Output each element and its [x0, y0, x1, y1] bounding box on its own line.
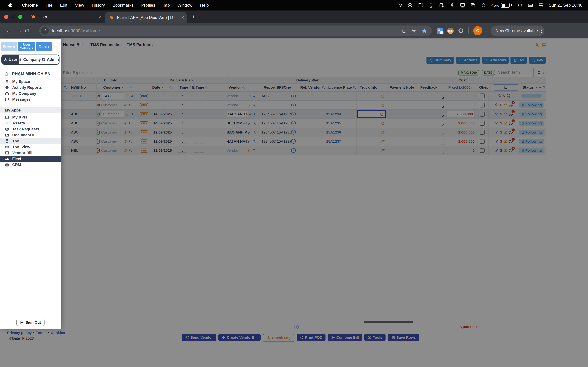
close-panel-icon[interactable]: × — [55, 43, 59, 50]
panel-tabs: ScreensUser SettingsOthers× — [0, 39, 61, 51]
v-app-icon[interactable]: V — [399, 3, 402, 8]
favicon — [109, 15, 114, 20]
url-text: localhost:3000/ws/Home — [52, 28, 100, 33]
menu-item-tab[interactable]: Tab — [159, 3, 173, 8]
screenshot-icon[interactable] — [418, 3, 423, 8]
chrome-menu-icon[interactable] — [541, 28, 542, 33]
sidebar-app-document-ie[interactable]: Document IE — [0, 132, 61, 138]
apple-icon[interactable] — [7, 2, 13, 8]
record-icon[interactable] — [407, 3, 413, 8]
divider — [468, 27, 469, 34]
scope-tab-company[interactable]: Company — [19, 55, 41, 64]
profile-avatar[interactable]: C — [473, 26, 482, 35]
sign-out-icon — [20, 320, 24, 324]
sidebar-app-fleet[interactable]: Fleet — [0, 156, 61, 162]
panel-tab-screens[interactable]: Screens — [1, 42, 17, 51]
modal-overlay[interactable] — [0, 38, 588, 367]
site-info-icon[interactable]: i — [41, 27, 49, 35]
macos-menubar: ChromeFileEditViewHistoryBookmarksProfil… — [0, 0, 588, 10]
wifi-icon[interactable] — [517, 3, 523, 8]
scope-segmented-control: UserCompanyAdmin — [1, 55, 60, 65]
tab-title: FLEET APP (App Điều Vận) | D — [117, 15, 179, 20]
extensions-puzzle-icon[interactable] — [458, 28, 464, 33]
reload-button[interactable] — [25, 28, 35, 33]
user-name-row[interactable]: PHẠM MINH CHIẾN — [4, 70, 61, 77]
menu-item-file[interactable]: File — [42, 3, 56, 8]
translate-icon[interactable] — [401, 28, 407, 33]
menu-item-chrome[interactable]: Chrome — [18, 3, 42, 8]
bluetooth-icon[interactable] — [450, 3, 455, 8]
sidebar-item-my-company[interactable]: My Company — [0, 91, 61, 96]
scope-tab-admin[interactable]: Admin — [41, 55, 59, 64]
menu-item-bookmarks[interactable]: Bookmarks — [109, 3, 137, 8]
address-bar[interactable]: i localhost:3000/ws/Home — [39, 25, 432, 36]
my-apps-header: My Apps — [0, 107, 61, 113]
close-tab-icon[interactable]: × — [95, 14, 105, 20]
tab-user[interactable]: User × — [27, 14, 105, 20]
menu-item-history[interactable]: History — [88, 3, 109, 8]
shield-check-icon[interactable] — [439, 3, 444, 8]
chrome-update-button[interactable]: New Chrome available — [491, 25, 545, 36]
menu-item-profiles[interactable]: Profiles — [137, 3, 159, 8]
battery-percent: 46% — [491, 3, 500, 8]
screen: ChromeFileEditViewHistoryBookmarksProfil… — [0, 0, 588, 367]
zoom-out-icon[interactable] — [412, 28, 417, 33]
forward-button[interactable]: → — [14, 28, 25, 34]
sidebar-app-assets[interactable]: Assets — [0, 120, 61, 126]
favicon — [31, 14, 36, 19]
scope-tab-user[interactable]: User — [2, 55, 19, 64]
menu-item-view[interactable]: View — [71, 3, 88, 8]
sidebar-item-activity-reports[interactable]: Activity Reports — [0, 84, 61, 91]
fast-user-switch-icon[interactable] — [481, 3, 486, 8]
battery-icon — [501, 3, 510, 8]
update-label: New Chrome available — [496, 28, 538, 33]
sidebar-app-my-kpis[interactable]: My KPIs — [0, 114, 61, 120]
user-name: PHẠM MINH CHIẾN — [12, 71, 50, 76]
bookmark-star-icon[interactable] — [422, 28, 427, 33]
menu-item-help[interactable]: Help — [196, 3, 212, 8]
chrome-tabbar: User × FLEET APP (App Điều Vận) | D × + — [0, 10, 588, 23]
translate-extension-icon[interactable] — [437, 28, 443, 34]
panel-tab-user-settings[interactable]: User Settings — [18, 42, 35, 51]
sign-out-label: Sign Out — [26, 320, 41, 325]
tab-title: User — [38, 14, 47, 19]
new-tab-button[interactable]: + — [192, 13, 195, 20]
menubar-clock[interactable]: Sun 21 Sep 10:40 — [549, 3, 582, 8]
sidebar-app-tms-view[interactable]: TMS View — [0, 144, 61, 150]
close-tab-icon[interactable]: × — [181, 15, 184, 20]
sidebar-app-vendor-bill[interactable]: Vendor Bill — [0, 150, 61, 156]
sidebar-app-task-requests[interactable]: Task Requests — [0, 126, 61, 132]
tab-fleet-app[interactable]: FLEET APP (App Điều Vận) | D × — [105, 12, 187, 23]
zoom-window-button[interactable] — [18, 15, 22, 19]
menu-item-edit[interactable]: Edit — [56, 3, 71, 8]
battery-indicator[interactable]: 46% — [491, 3, 512, 8]
user-side-panel: ScreensUser SettingsOthers× UserCompanyA… — [0, 39, 61, 329]
display-icon[interactable] — [460, 3, 465, 8]
sidebar-app-crm[interactable]: CRM — [0, 162, 61, 168]
back-button[interactable]: ← — [3, 28, 14, 34]
sign-out-button[interactable]: Sign Out — [17, 319, 44, 326]
window-controls — [4, 15, 22, 19]
control-center-icon[interactable] — [538, 3, 544, 8]
stage-manager-icon[interactable] — [470, 3, 476, 8]
sidebar-app-tms[interactable]: TMS — [0, 138, 61, 144]
app-page: House BillTMS ReconcileTMS Partners Summ… — [0, 38, 588, 367]
phone-mirroring-icon[interactable] — [428, 3, 434, 8]
panel-tab-others[interactable]: Others — [36, 42, 52, 51]
menubar-status: V 46% Sun 21 Sep 10:40 — [399, 3, 588, 8]
keyboard-icon[interactable] — [528, 3, 533, 8]
chrome-toolbar: ← → i localhost:3000/ws/Home C New Chrom… — [0, 23, 588, 38]
sidebar-item-messages[interactable]: Messages — [0, 96, 61, 102]
sidebar-item-my-space[interactable]: My Space — [0, 79, 61, 84]
minimize-window-button[interactable] — [11, 15, 15, 19]
home-icon — [4, 71, 9, 76]
profile-memoji-icon[interactable] — [447, 28, 454, 34]
close-window-button[interactable] — [4, 15, 9, 19]
menu-item-window[interactable]: Window — [173, 3, 196, 8]
